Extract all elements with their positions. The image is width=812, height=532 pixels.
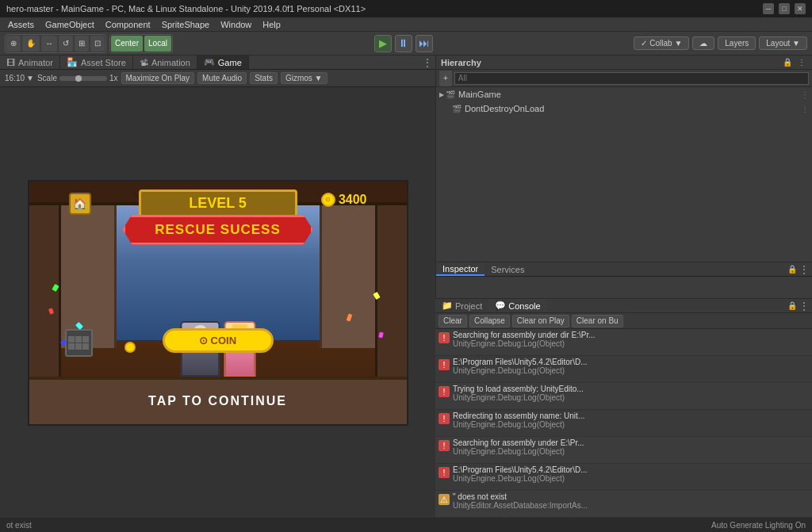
console-row[interactable]: ! E:\Program Files\Unity5.4.2\Editor\D..… [435,464,812,491]
hierarchy-menu-icon[interactable]: ⋮ [796,57,807,68]
menu-help[interactable]: Help [258,17,285,31]
close-button[interactable]: ✕ [795,3,806,14]
hierarchy-lock-icon[interactable]: 🔒 [782,57,793,68]
clear-on-build-button[interactable]: Clear on Bu [572,315,623,327]
inspector-tab-bar: Inspector Services 🔒 ⋮ [436,262,812,277]
small-coin [124,342,136,353]
hierarchy-header: Hierarchy 🔒 ⋮ [436,55,812,70]
tool-move[interactable]: ✋ [22,36,40,52]
console-line2: UnityEngine.Debug:Log(Object) [453,474,809,483]
status-bar: ot exist Auto Generate Lighting On [0,518,812,532]
local-button[interactable]: Local [144,36,171,52]
bottom-panel: 📁 Project 💬 Console 🔒 ⋮ Clear Collapse C… [435,298,812,518]
console-row[interactable]: ! E:\Program Files\Unity5.4.2\Editor\D..… [435,356,812,383]
console-toolbar: Clear Collapse Clear on Play Clear on Bu [435,313,812,329]
tab-asset-store-label: Asset Store [81,58,126,67]
tab-console[interactable]: 💬 Console [488,299,546,312]
console-row[interactable]: ! Redirecting to assembly name: Unit... … [435,410,812,437]
hier-item-maingame[interactable]: ▶ 🎬 MainGame ⋮ [436,87,812,101]
tool-hand[interactable]: ⊕ [6,36,21,52]
step-button[interactable]: ⏭ [416,35,433,52]
tab-bar-menu-icon[interactable]: ⋮ [423,57,432,68]
confetti-5 [378,331,384,338]
inspector-lock-icon[interactable]: 🔒 [787,265,797,274]
tap-to-continue-text: TAP TO CONTINUE [148,394,287,408]
coin-reward-text: ⊙ COIN [199,335,236,346]
console-line2: UnityEngine.Debug:Log(Object) [453,366,809,375]
scale-slider-thumb [75,75,82,82]
console-lock-icon[interactable]: 🔒 [787,301,797,310]
tool-transform[interactable]: ⊡ [90,36,105,52]
tab-animation[interactable]: 📽 Animation [133,55,197,69]
clear-on-play-button[interactable]: Clear on Play [512,315,569,327]
hierarchy-panel: Hierarchy 🔒 ⋮ + ▶ 🎬 MainGame ⋮ [435,55,812,262]
title-bar: hero-master - MainGame - PC, Mac & Linux… [0,0,812,17]
layers-button[interactable]: Layers [718,36,756,50]
collapse-button[interactable]: Collapse [469,315,510,327]
console-line2: UnityEditor.AssetDatabase:ImportAs... [453,501,809,510]
gizmos-button[interactable]: Gizmos ▼ [281,72,327,84]
console-line1: Redirecting to assembly name: Unit... [453,411,809,420]
menu-gameobject[interactable]: GameObject [40,17,99,31]
aspect-ratio-label: 16:10 [5,74,25,82]
hier-label-maingame: MainGame [458,90,501,99]
account-button[interactable]: ☁ [692,36,714,50]
minimize-button[interactable]: ─ [763,3,774,14]
tab-services[interactable]: Services [485,262,530,276]
scale-label: Scale [37,74,57,82]
arch-left [61,205,117,348]
console-line2: UnityEngine.Debug:Log(Object) [453,339,809,348]
menu-window[interactable]: Window [216,17,256,31]
collab-button[interactable]: ✓ Collab ▼ [634,36,689,50]
tab-project[interactable]: 📁 Project [435,299,488,312]
tab-inspector[interactable]: Inspector [436,262,485,276]
hierarchy-add-button[interactable]: + [439,71,452,86]
scale-value: 1x [109,74,118,82]
tool-scale[interactable]: ↺ [59,36,73,52]
console-error-icon: ! [439,413,450,424]
console-icon-tab: 💬 [495,300,506,311]
game-toolbar: 16:10 ▼ Scale 1x Maximize On Play Mute A… [0,70,435,87]
clear-button[interactable]: Clear [439,315,467,327]
success-banner: RESCUE SUCESS [123,215,313,245]
toolbar: ⊕ ✋ ↔ ↺ ⊞ ⊡ Center Local ▶ ⏸ ⏭ ✓ Collab … [0,32,812,55]
hierarchy-search-input[interactable] [454,72,809,85]
scale-slider[interactable] [59,76,107,81]
hier-item-dontdestroy[interactable]: 🎬 DontDestroyOnLoad ⋮ [436,101,812,116]
center-button[interactable]: Center [111,36,143,52]
tool-rect[interactable]: ⊞ [75,36,89,52]
menu-component[interactable]: Component [101,17,155,31]
hier-options-maingame[interactable]: ⋮ [801,90,809,99]
console-row[interactable]: ⚠ " does not exist UnityEditor.AssetData… [435,491,812,518]
mute-audio-button[interactable]: Mute Audio [197,72,247,84]
console-row[interactable]: ! Searching for assembly under E:\Pr... … [435,437,812,464]
console-line2: UnityEngine.Debug:Log(Object) [453,393,809,402]
console-menu-icon[interactable]: ⋮ [799,300,809,312]
inspector-menu-icon[interactable]: ⋮ [799,264,809,275]
pivot-tools: Center Local [109,34,173,53]
pause-button[interactable]: ⏸ [395,35,412,52]
tab-game[interactable]: 🎮 Game [197,55,249,69]
console-line1: E:\Program Files\Unity5.4.2\Editor\D... [453,465,809,474]
menu-assets[interactable]: Assets [3,17,39,31]
maximize-button[interactable]: □ [779,3,790,14]
layout-button[interactable]: Layout ▼ [759,36,807,50]
console-text: Trying to load assembly: UnityEdito... U… [453,385,809,402]
play-button[interactable]: ▶ [374,35,392,52]
console-text: E:\Program Files\Unity5.4.2\Editor\D... … [453,465,809,483]
maximize-on-play-button[interactable]: Maximize On Play [121,72,195,84]
menu-spriteshape[interactable]: SpriteShape [157,17,215,31]
console-row[interactable]: ! Searching for assembly under dir E:\Pr… [435,329,812,356]
stats-button[interactable]: Stats [250,72,278,84]
tool-rotate[interactable]: ↔ [41,36,57,52]
tab-animator[interactable]: 🎞 Animator [0,55,60,69]
console-error-icon: ! [439,467,450,478]
hier-options-dontdestroy[interactable]: ⋮ [801,105,809,113]
console-error-icon: ! [439,359,450,370]
console-row[interactable]: ! Trying to load assembly: UnityEdito...… [435,383,812,410]
hier-icon-dontdestroy: 🎬 [452,105,462,113]
tab-asset-store[interactable]: 🏪 Asset Store [60,55,133,69]
console-line1: Searching for assembly under dir E:\Pr..… [453,331,809,339]
aspect-ratio-dropdown[interactable]: 16:10 ▼ [5,74,34,82]
console-error-icon: ! [439,332,450,343]
